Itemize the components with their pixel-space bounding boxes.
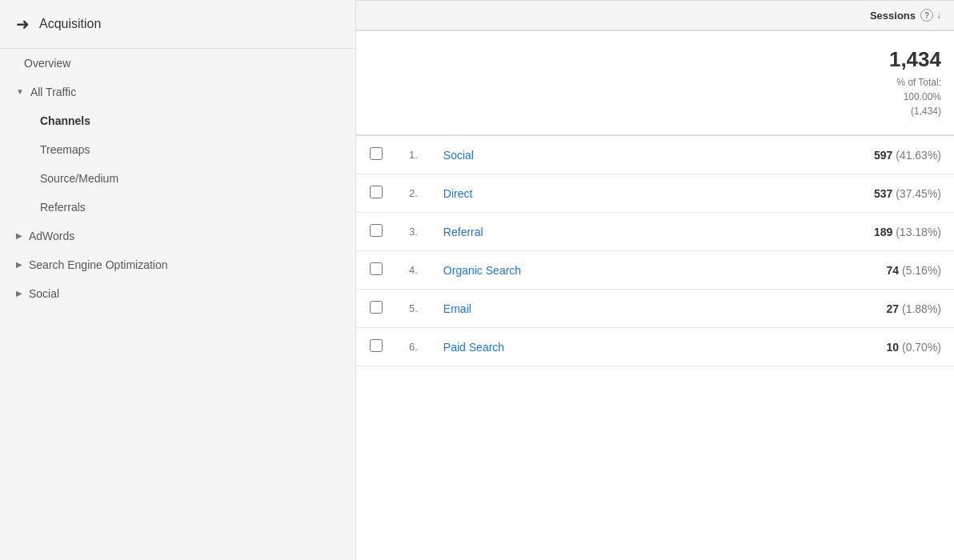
row-rank: 3. xyxy=(396,213,431,251)
table-row: 2. Direct 537 (37.45%) xyxy=(356,174,954,213)
sessions-percent-label: % of Total: 100.00% (1,434) xyxy=(807,75,941,118)
all-traffic-triangle: ▼ xyxy=(16,86,24,96)
sidebar: ➜ Acquisition Overview ▼ All Traffic Cha… xyxy=(0,0,356,560)
sessions-sort-icon[interactable]: ↓ xyxy=(936,10,941,21)
row-checkbox[interactable] xyxy=(370,147,383,160)
adwords-label: AdWords xyxy=(29,230,74,242)
seo-triangle: ▶ xyxy=(16,258,22,269)
table-row: 5. Email 27 (1.88%) xyxy=(356,290,954,328)
all-traffic-label: All Traffic xyxy=(30,86,76,98)
sidebar-item-adwords[interactable]: ▶ AdWords xyxy=(0,222,355,250)
col-header-rank xyxy=(396,1,431,31)
summary-channel-cell xyxy=(431,30,794,135)
channel-link[interactable]: Direct xyxy=(443,187,473,200)
sidebar-item-source-medium[interactable]: Source/Medium xyxy=(0,164,355,193)
summary-checkbox-cell xyxy=(356,30,396,135)
row-checkbox[interactable] xyxy=(370,224,383,237)
row-checkbox-cell xyxy=(356,290,396,328)
row-channel-cell: Direct xyxy=(431,174,794,213)
channel-link[interactable]: Email xyxy=(443,302,471,315)
treemaps-label: Treemaps xyxy=(40,143,90,156)
row-channel-cell: Social xyxy=(431,135,794,174)
row-checkbox[interactable] xyxy=(370,262,383,275)
sidebar-item-treemaps[interactable]: Treemaps xyxy=(0,135,355,164)
row-checkbox[interactable] xyxy=(370,186,383,198)
sidebar-item-referrals[interactable]: Referrals xyxy=(0,193,355,222)
social-triangle: ▶ xyxy=(16,287,22,298)
sessions-help-icon[interactable]: ? xyxy=(920,9,933,22)
row-checkbox[interactable] xyxy=(370,339,383,352)
referrals-label: Referrals xyxy=(40,201,86,214)
row-checkbox-cell xyxy=(356,328,396,366)
sessions-label-text: Sessions xyxy=(870,10,916,22)
sidebar-item-seo[interactable]: ▶ Search Engine Optimization xyxy=(0,250,355,279)
channel-link[interactable]: Paid Search xyxy=(443,341,504,354)
table-row: 3. Referral 189 (13.18%) xyxy=(356,213,954,251)
row-rank: 4. xyxy=(396,251,431,290)
channel-link[interactable]: Organic Search xyxy=(443,264,521,277)
summary-sessions-cell: 1,434 % of Total: 100.00% (1,434) xyxy=(794,30,954,135)
table-row: 4. Organic Search 74 (5.16%) xyxy=(356,251,954,290)
row-channel-cell: Paid Search xyxy=(431,328,794,366)
sidebar-item-all-traffic[interactable]: ▼ All Traffic xyxy=(0,78,355,106)
row-sessions: 189 (13.18%) xyxy=(794,213,954,251)
row-sessions: 74 (5.16%) xyxy=(794,251,954,290)
row-checkbox-cell xyxy=(356,251,396,290)
row-checkbox[interactable] xyxy=(370,301,383,314)
table-row: 6. Paid Search 10 (0.70%) xyxy=(356,328,954,366)
row-rank: 1. xyxy=(396,135,431,174)
channel-link[interactable]: Social xyxy=(443,149,474,162)
row-sessions: 597 (41.63%) xyxy=(794,135,954,174)
row-channel-cell: Organic Search xyxy=(431,251,794,290)
row-channel-cell: Referral xyxy=(431,213,794,251)
overview-label: Overview xyxy=(24,57,70,70)
row-checkbox-cell xyxy=(356,174,396,213)
acquisition-icon: ➜ xyxy=(16,14,30,34)
col-header-checkbox xyxy=(356,1,396,31)
seo-label: Search Engine Optimization xyxy=(29,258,168,271)
sidebar-item-channels[interactable]: Channels xyxy=(0,106,355,135)
summary-row: 1,434 % of Total: 100.00% (1,434) xyxy=(356,30,954,135)
main-content: Sessions ? ↓ 1,434 % of Total: 100.00% xyxy=(356,0,954,560)
sidebar-acquisition[interactable]: ➜ Acquisition xyxy=(0,0,355,49)
row-sessions: 27 (1.88%) xyxy=(794,290,954,328)
channels-label: Channels xyxy=(40,114,90,127)
row-rank: 2. xyxy=(396,174,431,213)
row-checkbox-cell xyxy=(356,213,396,251)
sidebar-item-social[interactable]: ▶ Social xyxy=(0,279,355,308)
sidebar-item-overview[interactable]: Overview xyxy=(0,49,355,78)
data-table: Sessions ? ↓ 1,434 % of Total: 100.00% xyxy=(356,0,954,366)
social-label: Social xyxy=(29,287,59,300)
table-row: 1. Social 597 (41.63%) xyxy=(356,135,954,174)
summary-rank-cell xyxy=(396,30,431,135)
col-header-sessions[interactable]: Sessions ? ↓ xyxy=(794,1,954,31)
sessions-total: 1,434 xyxy=(807,47,941,72)
row-rank: 6. xyxy=(396,328,431,366)
adwords-triangle: ▶ xyxy=(16,230,22,240)
row-sessions: 537 (37.45%) xyxy=(794,174,954,213)
channel-link[interactable]: Referral xyxy=(443,226,483,238)
row-rank: 5. xyxy=(396,290,431,328)
source-medium-label: Source/Medium xyxy=(40,172,118,185)
row-channel-cell: Email xyxy=(431,290,794,328)
row-checkbox-cell xyxy=(356,135,396,174)
acquisition-label: Acquisition xyxy=(39,17,101,31)
col-header-channel xyxy=(431,1,794,31)
row-sessions: 10 (0.70%) xyxy=(794,328,954,366)
